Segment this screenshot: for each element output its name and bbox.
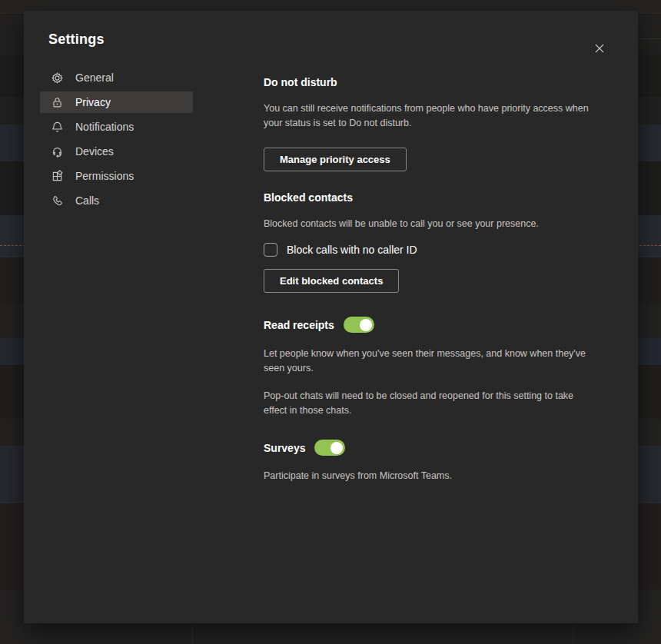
checkbox-label: Block calls with no caller ID [287,244,417,256]
sidebar-item-label: Calls [75,194,99,207]
edit-blocked-contacts-button[interactable]: Edit blocked contacts [264,269,399,293]
section-title: Blocked contacts [264,191,602,204]
settings-dialog: Settings General [24,11,638,623]
section-description: Blocked contacts will be unable to call … [264,217,594,231]
close-button[interactable] [592,42,607,58]
sidebar-item-label: Notifications [75,121,134,133]
bell-icon [49,119,65,134]
sidebar-item-label: Permissions [75,170,134,182]
toggle-knob [330,442,343,454]
sidebar-item-label: Devices [75,145,114,158]
lock-icon [49,95,65,110]
sidebar-item-devices[interactable]: Devices [40,141,193,162]
section-title: Do not disturb [264,76,602,88]
permissions-icon [49,168,65,184]
section-title: Surveys [264,442,305,454]
sidebar-item-calls[interactable]: Calls [40,190,193,211]
section-title: Read receipts [264,319,334,331]
block-no-caller-id-row[interactable]: Block calls with no caller ID [264,243,602,257]
sidebar-item-privacy[interactable]: Privacy [40,91,193,113]
headset-icon [49,144,65,159]
toggle-knob [360,319,372,331]
settings-nav: General Privacy [40,67,217,214]
dialog-title: Settings [48,32,638,48]
manage-priority-access-button[interactable]: Manage priority access [264,148,407,171]
section-description: You can still receive notifications from… [264,101,594,131]
section-description: Let people know when you've seen their m… [264,347,594,376]
privacy-settings-panel: Do not disturb You can still receive not… [264,76,602,483]
sidebar-item-label: Privacy [75,96,111,108]
section-description: Pop-out chats will need to be closed and… [264,389,594,418]
sidebar-item-general[interactable]: General [40,67,193,88]
phone-icon [49,193,65,208]
sidebar-item-label: General [75,71,114,84]
read-receipts-toggle[interactable] [344,317,374,333]
section-do-not-disturb: Do not disturb You can still receive not… [264,76,602,171]
close-icon [593,42,606,58]
gear-icon [49,70,65,85]
sidebar-item-notifications[interactable]: Notifications [40,116,193,138]
section-blocked-contacts: Blocked contacts Blocked contacts will b… [264,191,602,293]
surveys-toggle[interactable] [314,440,345,456]
section-description: Participate in surveys from Microsoft Te… [264,469,594,483]
section-read-receipts: Read receipts Let people know when you'v… [264,317,602,418]
block-no-caller-id-checkbox[interactable] [264,243,277,257]
sidebar-item-permissions[interactable]: Permissions [40,165,193,187]
section-surveys: Surveys Participate in surveys from Micr… [264,440,602,483]
